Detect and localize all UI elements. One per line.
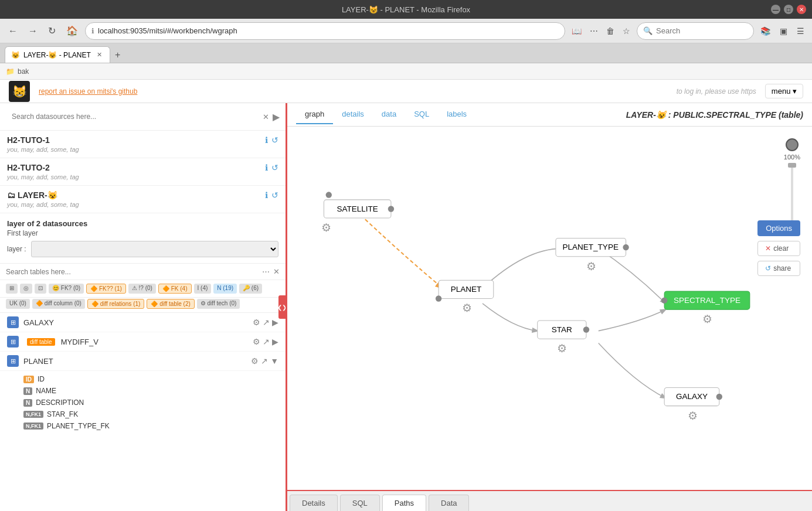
new-tab-button[interactable]: + (110, 47, 125, 63)
node-galaxy[interactable]: GALAXY ⚙ (664, 387, 719, 421)
badge-grid[interactable]: ⊞ (6, 284, 18, 294)
bottom-tab-details[interactable]: Details (290, 495, 338, 511)
datasource-title-row: H2-TUTO-1 ℹ ↺ (7, 135, 278, 145)
info-icon[interactable]: ℹ (265, 190, 268, 200)
dot-galaxy (716, 394, 722, 400)
node-star[interactable]: STAR ⚙ (538, 321, 586, 355)
panel-tab-list: graph details data SQL labels (296, 105, 475, 124)
table-search-more-icon[interactable]: ⋯ (262, 267, 270, 276)
bottom-tab-data[interactable]: Data (429, 495, 469, 511)
gear-icon[interactable]: ⚙ (251, 356, 259, 366)
library-icon[interactable]: 📚 (757, 24, 773, 38)
svg-text:⚙: ⚙ (557, 342, 567, 355)
bottom-tab-paths[interactable]: Paths (382, 495, 426, 511)
table-search-input[interactable] (6, 268, 259, 276)
refresh-icon[interactable]: ↺ (271, 163, 278, 172)
filter-badges-2: UK (0) 🔶 diff column (0) 🔶 diff relation… (0, 298, 286, 313)
back-button[interactable]: ← (5, 23, 21, 39)
table-search-close-icon[interactable]: ✕ (273, 267, 280, 276)
badge-fk-ok[interactable]: 😊 FK? (0) (49, 284, 84, 294)
badge-key[interactable]: 🔑 (6) (239, 284, 262, 294)
tab-labels[interactable]: labels (438, 105, 475, 124)
options-button[interactable]: Options (757, 220, 800, 236)
expand-icon[interactable]: ▶ (272, 337, 278, 346)
badge-uk[interactable]: UK (0) (6, 299, 30, 309)
tab-sql[interactable]: SQL (405, 105, 438, 124)
edge-satellite-planet (361, 215, 443, 288)
pin-icon[interactable]: ↗ (263, 337, 270, 346)
logo-cat-icon: 😸 (12, 84, 27, 98)
badge-diff-rel[interactable]: 🔶 diff relations (1) (87, 299, 145, 309)
info-icon[interactable]: ℹ (265, 135, 268, 145)
maximize-button[interactable]: □ (784, 5, 793, 14)
search-input[interactable] (656, 26, 738, 35)
table-row-galaxy[interactable]: ⊞ GALAXY ⚙ ↗ ▶ (0, 313, 286, 332)
gear-icon[interactable]: ⚙ (253, 337, 260, 346)
sidebar-icon[interactable]: ▣ (777, 24, 790, 38)
badge-other[interactable]: ⊡ (35, 284, 46, 294)
zoom-thumb[interactable] (788, 163, 796, 168)
pin-icon[interactable]: ↗ (261, 356, 268, 366)
node-planet-type[interactable]: PLANET_TYPE ⚙ (556, 238, 626, 272)
table-name-planet: PLANET (23, 357, 251, 366)
datasource-search-expand-icon[interactable]: ▶ (273, 111, 280, 122)
node-planet[interactable]: PLANET ⚙ (439, 280, 494, 314)
reload-button[interactable]: ↻ (45, 23, 59, 39)
badge-issue[interactable]: ⚠ !? (0) (128, 284, 156, 294)
node-satellite[interactable]: SATELLITE ⚙ (321, 192, 391, 234)
badge-fk-warn[interactable]: 🔶 FK?? (1) (86, 284, 126, 294)
bottom-tab-sql[interactable]: SQL (340, 495, 380, 511)
tab-data[interactable]: data (373, 105, 405, 124)
table-row-mydiffv[interactable]: ⊞ diff table MYDIFF_V ⚙ ↗ ▶ (0, 332, 286, 352)
sidebar-resize-handle[interactable]: ❮❯ (278, 295, 286, 319)
browser-tab-active[interactable]: 😺 LAYER-😺 - PLANET ✕ (5, 46, 110, 63)
node-spectral-type[interactable]: SPECTRAL_TYPE ⚙ (664, 291, 750, 325)
share-button[interactable]: ↺ share (757, 261, 800, 276)
info-icon[interactable]: ℹ (265, 163, 268, 172)
badge-i[interactable]: I (4) (194, 284, 212, 294)
layer-select[interactable] (31, 241, 278, 257)
more-icon[interactable]: ⋯ (587, 24, 601, 38)
star-icon[interactable]: ☆ (620, 24, 633, 38)
datasource-icons: ℹ ↺ (265, 163, 278, 172)
refresh-icon[interactable]: ↺ (271, 190, 278, 200)
tab-details[interactable]: details (333, 105, 373, 124)
clear-label: clear (773, 244, 789, 253)
right-panel: graph details data SQL labels LAYER-😺 : … (287, 103, 812, 511)
app-logo: 😸 (9, 81, 30, 102)
home-button[interactable]: 🏠 (63, 23, 81, 39)
close-button[interactable]: ✕ (797, 5, 806, 14)
zoom-knob[interactable] (786, 138, 799, 151)
bottom-tabs: Details SQL Paths Data (287, 490, 812, 511)
datasource-search-close-icon[interactable]: ✕ (263, 113, 269, 121)
collapse-icon[interactable]: ▼ (270, 356, 278, 366)
datasource-search-input[interactable] (6, 108, 259, 125)
expand-icon[interactable]: ▶ (272, 318, 278, 327)
badge-fk-count[interactable]: 🔶 FK (4) (158, 284, 192, 294)
forward-button[interactable]: → (25, 23, 41, 39)
pin-icon[interactable]: ↗ (263, 318, 270, 327)
address-bar[interactable]: ℹ localhost:9035/mitsi/#/workbench/wgrap… (85, 22, 565, 40)
search-bar[interactable]: 🔍 (637, 22, 754, 40)
badge-diff-table[interactable]: 🔶 diff table (2) (147, 299, 194, 309)
badge-diff-tech[interactable]: ⚙ diff tech (0) (197, 299, 240, 309)
badge-diff-col[interactable]: 🔶 diff column (0) (32, 299, 85, 309)
pocket-icon[interactable]: 🗑 (603, 24, 617, 38)
table-icon-planet: ⊞ (7, 355, 19, 367)
datasource-icons: ℹ ↺ (265, 190, 278, 200)
share-icon: ↺ (765, 264, 771, 272)
clear-button[interactable]: ✕ clear (757, 241, 800, 256)
gear-icon[interactable]: ⚙ (253, 318, 260, 327)
badge-view[interactable]: ◎ (20, 284, 32, 294)
refresh-icon[interactable]: ↺ (271, 135, 278, 145)
report-link[interactable]: report an issue on mitsi's github (39, 87, 137, 96)
minimize-button[interactable]: — (771, 5, 780, 14)
table-row-planet[interactable]: ⊞ PLANET ⚙ ↗ ▼ (0, 352, 286, 371)
menu-button[interactable]: menu ▾ (765, 84, 803, 98)
menu-icon[interactable]: ☰ (794, 24, 807, 38)
tab-close-button[interactable]: ✕ (97, 51, 102, 59)
badge-n[interactable]: N (19) (213, 284, 237, 294)
app-header: 😸 report an issue on mitsi's github to l… (0, 80, 812, 103)
bookmarks-icon[interactable]: 📖 (569, 24, 585, 38)
tab-graph[interactable]: graph (296, 105, 333, 124)
